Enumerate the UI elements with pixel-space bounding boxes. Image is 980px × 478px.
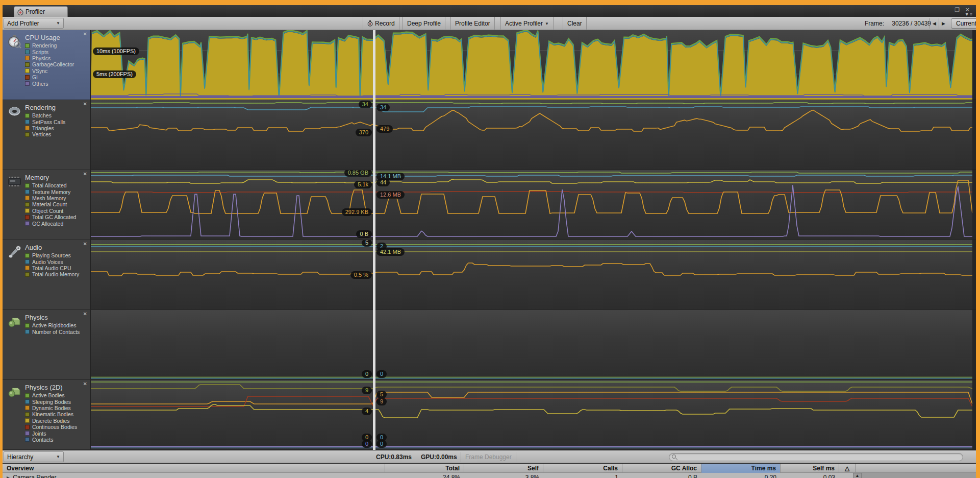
profiler-row-cpu: ✕CPU UsageRenderingScriptsPhysicsGarbage… (3, 30, 976, 100)
record-stopwatch-icon (367, 20, 373, 27)
legend-item: Discrete Bodies (25, 418, 77, 424)
column-header-self[interactable]: Self (464, 464, 543, 473)
disclosure-icon[interactable]: ▶ (7, 475, 10, 478)
legend-swatch (25, 412, 30, 417)
frame-debugger-label: Frame Debugger (465, 453, 512, 461)
legend-swatch (25, 418, 30, 423)
current-frame-button[interactable]: Current (951, 18, 976, 29)
legend-swatch (25, 126, 30, 130)
active-profiler-dropdown[interactable]: Active Profiler ▼ (500, 17, 554, 30)
column-header-calls[interactable]: Calls (543, 464, 622, 473)
module-physics2d[interactable]: ✕Physics (2D)Active BodiesSleeping Bodie… (3, 380, 91, 449)
next-frame-button[interactable]: ▶ (939, 18, 948, 29)
legend-swatch (25, 56, 30, 60)
current-label: Current (956, 20, 976, 27)
profile-editor-button[interactable]: Profile Editor (450, 17, 495, 30)
legend-label: Others (32, 81, 48, 87)
legend-swatch (25, 259, 30, 264)
chart-memory[interactable]: 0.85 GB5.1k292.9 KB0 B14.1 MB4412.6 MB (91, 170, 972, 240)
frame-debugger-button[interactable]: Frame Debugger (461, 452, 516, 462)
hierarchy-dropdown[interactable]: Hierarchy ▼ (4, 451, 64, 462)
chart-value-label: 0.85 GB (344, 170, 372, 177)
legend-item: Scripts (25, 49, 74, 55)
frame-indicator: Frame: 30236 / 30439 (865, 17, 931, 30)
legend-swatch (25, 393, 30, 398)
chart-physics2d[interactable]: 94005900 (91, 380, 972, 449)
close-icon[interactable]: ✕ (83, 31, 87, 37)
legend-swatch (25, 119, 30, 124)
legend-label: Discrete Bodies (32, 418, 70, 424)
module-physics[interactable]: ✕PhysicsActive RigidbodiesNumber of Cont… (3, 310, 91, 379)
clear-label: Clear (567, 20, 582, 27)
chart-value-label: 292.9 KB (342, 208, 372, 216)
restore-icon[interactable]: ❐ (954, 7, 960, 12)
chart-physics[interactable]: 00 (91, 310, 972, 379)
add-profiler-label: Add Profiler (7, 20, 39, 27)
legend-label: Texture Memory (32, 189, 70, 195)
legend-label: Playing Sources (32, 252, 71, 258)
sort-triangle-icon[interactable]: △ (839, 464, 856, 473)
frame-playhead[interactable] (373, 30, 375, 450)
legend-item: Others (25, 80, 74, 86)
legend-swatch (25, 323, 30, 328)
chevron-down-icon: ▼ (56, 455, 60, 459)
legend-label: Material Count (32, 201, 67, 207)
module-rendering[interactable]: ✕RenderingBatchesSetPass CallsTrianglesV… (3, 100, 91, 170)
legend-label: Object Count (32, 208, 63, 214)
legend-item: Vertices (25, 131, 65, 137)
legend-item: Dynamic Bodies (25, 405, 77, 411)
legend-label: Total Audio CPU (32, 265, 71, 271)
chart-audio[interactable]: 50.5 %242.1 MB (91, 240, 972, 309)
column-header-time-ms[interactable]: Time ms (701, 464, 781, 473)
legend-label: Physics (32, 55, 51, 61)
add-profiler-dropdown[interactable]: Add Profiler ▼ (4, 18, 64, 29)
scroll-up-icon[interactable]: ▲ (853, 473, 861, 478)
legend-swatch (25, 196, 30, 200)
legend-swatch (25, 437, 30, 442)
cell: ▶Camera.Render (3, 473, 385, 478)
column-header-overview[interactable]: Overview (3, 464, 385, 473)
prev-frame-button[interactable]: ◀ (929, 18, 939, 29)
profiler-charts-area: ✕CPU UsageRenderingScriptsPhysicsGarbage… (3, 30, 976, 450)
table-row-Camera.Render[interactable]: ▶Camera.Render24.8%3.8%10 B0.200.03 (3, 473, 853, 478)
close-icon[interactable]: ✕ (83, 311, 87, 317)
gpu-time-text: GPU:0.00ms (421, 450, 457, 464)
search-input[interactable] (669, 453, 963, 461)
close-icon[interactable]: ✕ (83, 381, 87, 387)
column-header-gc-alloc[interactable]: GC Alloc (622, 464, 701, 473)
chart-rendering[interactable]: 3437034479 (91, 100, 972, 170)
legend-item: Contacts (25, 437, 77, 443)
module-audio[interactable]: ✕AudioPlaying SourcesAudio VoicesTotal A… (3, 240, 91, 309)
close-icon[interactable]: ✕ (83, 171, 87, 177)
module-cpu[interactable]: ✕CPU UsageRenderingScriptsPhysicsGarbage… (3, 30, 91, 100)
clear-button[interactable]: Clear (563, 17, 587, 30)
legend-swatch (25, 189, 30, 194)
deep-profile-label: Deep Profile (407, 20, 441, 27)
module-title: Physics (25, 314, 80, 321)
chart-cpu[interactable]: 10ms (100FPS)5ms (200FPS) (91, 30, 972, 100)
cell: 24.8% (385, 473, 464, 478)
legend-label: Number of Contacts (32, 329, 80, 335)
cpu-time-text: CPU:0.83ms (376, 450, 412, 464)
close-icon[interactable]: ✕ (83, 101, 87, 107)
chart-value-label: 0.5 % (350, 271, 372, 279)
legend-label: Sleeping Bodies (32, 399, 71, 405)
close-icon[interactable]: ✕ (83, 241, 87, 247)
deep-profile-button[interactable]: Deep Profile (403, 17, 445, 30)
record-button[interactable]: Record (363, 17, 399, 30)
legend-label: Mesh Memory (32, 195, 66, 201)
profiler-toolbar: Add Profiler ▼ Record Deep Profile Profi… (3, 17, 976, 30)
row-label: Camera.Render (13, 474, 56, 478)
module-title: Rendering (25, 104, 65, 111)
table-scrollbar[interactable]: ▲ (853, 473, 862, 478)
module-memory[interactable]: ✕MemoryTotal AllocatedTexture MemoryMesh… (3, 170, 91, 240)
tab-profiler[interactable]: Profiler (14, 6, 68, 17)
column-header-total[interactable]: Total (385, 464, 464, 473)
legend-item: Material Count (25, 201, 76, 207)
legend-label: Gi (32, 74, 38, 80)
window-menu-icon[interactable]: ▼≡ (965, 12, 973, 17)
legend-label: Triangles (32, 125, 54, 131)
active-profiler-label: Active Profiler (505, 20, 543, 27)
column-header-self-ms[interactable]: Self ms (781, 464, 839, 473)
legend-label: Vertices (32, 131, 51, 137)
